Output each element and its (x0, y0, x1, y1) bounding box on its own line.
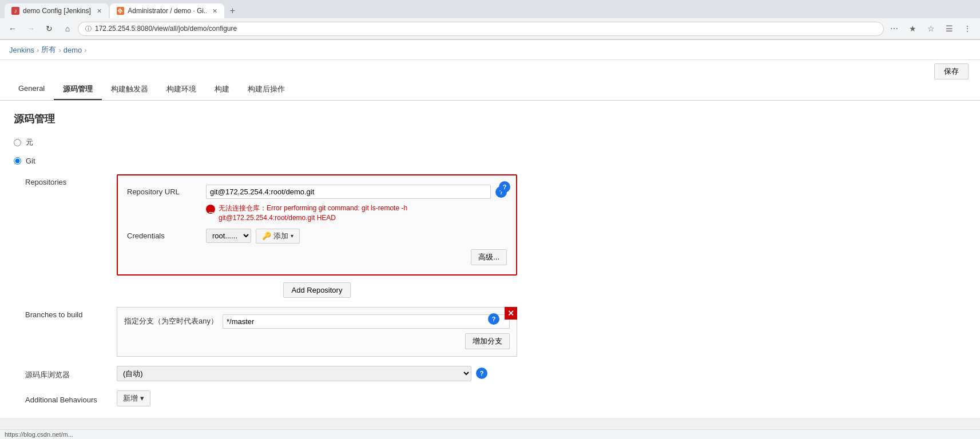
tab-close-jenkins[interactable]: ✕ (97, 7, 102, 15)
tab-label-git: Administrator / demo · Gi... (128, 7, 207, 15)
radio-none-label[interactable]: 元 (26, 137, 33, 147)
radio-git-label[interactable]: Git (26, 157, 35, 165)
repositories-section: Repositories ? Repository URL ? (25, 174, 966, 298)
error-text-line1: 无法连接仓库：Error performing git command: git… (219, 203, 407, 213)
url-text: 172.25.254.5:8080/view/all/job/demo/conf… (95, 25, 876, 33)
error-text-line2: git@172.25.254.4:root/demo.git HEAD (219, 213, 407, 223)
delete-branch-button[interactable]: ✕ (505, 307, 517, 320)
top-save-button[interactable]: 保存 (934, 63, 969, 79)
nav-right: ⋯ ★ ☆ ☰ ⋮ (886, 21, 975, 37)
breadcrumb-all[interactable]: 所有 (41, 45, 56, 55)
radio-git[interactable] (14, 157, 21, 165)
tab-label-jenkins: demo Config [Jenkins] (23, 7, 91, 15)
add-new-label: 新增 (123, 393, 138, 404)
breadcrumb-sep-2: › (58, 46, 61, 54)
new-tab-button[interactable]: + (225, 3, 240, 18)
source-browser-help-icon[interactable]: ? (476, 368, 487, 379)
branches-label: Branches to build (25, 307, 117, 357)
tab-bar: J demo Config [Jenkins] ✕ Administrator … (0, 0, 980, 18)
star-button[interactable]: ☆ (923, 21, 939, 37)
nav-bar: ← → ↻ ⌂ ⓘ 172.25.254.5:8080/view/all/job… (0, 18, 980, 39)
repo-url-label: Repository URL (127, 187, 201, 196)
add-cred-label: 添加 (273, 231, 288, 241)
repositories-label: Repositories (25, 174, 117, 298)
bookmark-icon[interactable]: ★ (904, 21, 921, 37)
breadcrumb-sep-3: › (84, 46, 86, 54)
jenkins-favicon: J (11, 7, 19, 15)
scm-content: Repositories ? Repository URL ? (14, 174, 966, 406)
tab-post[interactable]: 构建后操作 (239, 79, 294, 100)
error-icon: ⎯ (206, 204, 215, 214)
address-bar[interactable]: ⓘ 172.25.254.5:8080/view/all/job/demo/co… (78, 22, 884, 36)
repositories-help-icon[interactable]: ? (499, 181, 510, 193)
add-cred-dropdown-arrow: ▾ (291, 233, 293, 239)
repo-url-input[interactable] (206, 185, 491, 199)
lock-icon: ⓘ (85, 25, 92, 33)
breadcrumb: Jenkins › 所有 › demo › (0, 40, 980, 60)
git-favicon (117, 7, 124, 15)
branch-help-icon[interactable]: ? (488, 313, 499, 325)
error-row: ⎯ 无法连接仓库：Error performing git command: g… (206, 203, 507, 223)
menu-button[interactable]: ⋮ (959, 21, 975, 37)
credentials-label: Credentials (127, 232, 201, 240)
add-new-arrow: ▾ (140, 394, 144, 402)
add-new-button[interactable]: 新增 ▾ (117, 390, 150, 406)
source-browser-section: 源码库浏览器 (自动) ? (25, 366, 966, 381)
key-icon: 🔑 (262, 232, 271, 240)
form-area: 源码管理 元 Git Repositories ? (0, 101, 980, 418)
jenkins-page: Jenkins › 所有 › demo › 保存 General 源码管理 构建… (0, 40, 980, 418)
reload-button[interactable]: ↻ (41, 21, 57, 37)
breadcrumb-sep-1: › (37, 46, 39, 54)
branches-section: Branches to build ✕ ? 指定分支（为空时代表any） (25, 307, 966, 357)
home-button[interactable]: ⌂ (59, 21, 76, 37)
repository-box: ? Repository URL ? ⎯ 无法连接仓库：Erro (117, 174, 517, 276)
additional-behaviours-section: Additional Behaviours 新增 ▾ (25, 390, 966, 406)
radio-git-group: Git (14, 157, 966, 165)
additional-behaviours-label: Additional Behaviours (25, 392, 117, 404)
config-tabs: General 源码管理 构建触发器 构建环境 构建 构建后操作 (0, 79, 980, 101)
advanced-button[interactable]: 高级... (471, 249, 507, 265)
add-repository-button[interactable]: Add Repository (283, 282, 351, 298)
browser-tab-jenkins[interactable]: J demo Config [Jenkins] ✕ (5, 3, 109, 18)
tab-triggers[interactable]: 构建触发器 (102, 79, 157, 100)
sidebar-button[interactable]: ☰ (941, 21, 957, 37)
source-browser-label: 源码库浏览器 (25, 366, 117, 380)
browser-tab-git[interactable]: Administrator / demo · Gi... ✕ (110, 3, 224, 18)
source-browser-select[interactable]: (自动) (117, 366, 471, 381)
forward-button[interactable]: → (23, 21, 39, 37)
add-credential-button[interactable]: 🔑 添加 ▾ (256, 229, 300, 244)
tab-scm[interactable]: 源码管理 (54, 79, 102, 100)
credentials-select[interactable]: root...... (206, 229, 251, 243)
extensions-button[interactable]: ⋯ (886, 21, 902, 37)
tab-env[interactable]: 构建环境 (157, 79, 205, 100)
tab-build[interactable]: 构建 (205, 79, 239, 100)
branch-specifier-input[interactable] (223, 314, 510, 329)
tab-general[interactable]: General (9, 79, 54, 100)
tab-close-git[interactable]: ✕ (212, 7, 217, 15)
repo-url-row: Repository URL ? (127, 185, 507, 199)
branch-box: ✕ ? 指定分支（为空时代表any） 增加分支 (117, 307, 517, 357)
branch-specifier-label: 指定分支（为空时代表any） (124, 316, 218, 326)
branch-field-row: 指定分支（为空时代表any） (124, 314, 510, 329)
add-branch-button[interactable]: 增加分支 (465, 333, 510, 349)
radio-none[interactable] (14, 139, 21, 146)
breadcrumb-jenkins[interactable]: Jenkins (9, 46, 34, 54)
browser-chrome: J demo Config [Jenkins] ✕ Administrator … (0, 0, 980, 40)
back-button[interactable]: ← (5, 21, 21, 37)
section-title: 源码管理 (14, 112, 966, 126)
radio-none-group: 元 (14, 137, 966, 147)
credentials-row: Credentials root...... 🔑 添加 ▾ (127, 229, 507, 244)
breadcrumb-demo[interactable]: demo (64, 46, 82, 54)
